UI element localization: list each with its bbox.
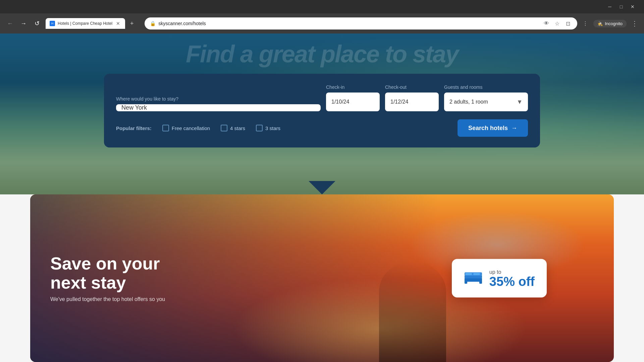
- search-fields-row: Where would you like to stay? Check-in 1…: [116, 84, 528, 111]
- hero-section: Find a great place to stay Where would y…: [0, 34, 644, 194]
- address-bar-row: ← → ↺ H Hotels | Compare Cheap Hotel ✕ +…: [0, 13, 644, 34]
- four-stars-filter[interactable]: 4 stars: [221, 125, 245, 131]
- three-stars-label: 3 stars: [265, 125, 280, 131]
- checkin-value: 1/10/24: [331, 99, 349, 105]
- checkout-value: 1/12/24: [390, 99, 408, 105]
- refresh-button[interactable]: ↺: [32, 19, 42, 28]
- guests-field-group: Guests and rooms 2 adults, 1 room ▼: [444, 84, 528, 111]
- search-hotels-button[interactable]: Search hotels →: [458, 119, 528, 137]
- guests-label: Guests and rooms: [444, 84, 528, 90]
- close-button[interactable]: ✕: [629, 3, 637, 11]
- window-controls: ─ □ ✕: [606, 3, 637, 11]
- extensions-icon[interactable]: ⋮: [581, 19, 589, 27]
- profile-label: Incognito: [605, 21, 623, 26]
- promo-title: Save on your next stay: [50, 254, 594, 292]
- three-stars-filter[interactable]: 3 stars: [256, 125, 280, 131]
- menu-button[interactable]: ⋮: [631, 19, 639, 27]
- promo-content: Save on your next stay We've pulled toge…: [30, 194, 614, 362]
- promo-subtitle: We've pulled together the top hotel offe…: [50, 296, 594, 302]
- checkout-field-group: Check-out 1/12/24: [385, 84, 439, 111]
- checkout-label: Check-out: [385, 84, 439, 90]
- three-stars-checkbox[interactable]: [256, 125, 263, 131]
- four-stars-checkbox[interactable]: [221, 125, 227, 131]
- promo-section: Save on your next stay We've pulled toge…: [30, 194, 614, 362]
- maximize-button[interactable]: □: [617, 3, 625, 11]
- location-input[interactable]: [121, 104, 315, 111]
- security-icon: 🔒: [150, 21, 156, 26]
- titlebar: ─ □ ✕: [0, 0, 644, 13]
- hero-divider: [309, 181, 335, 194]
- search-button-label: Search hotels: [468, 125, 508, 132]
- url-display: skyscanner.com/hotels: [158, 21, 540, 26]
- page-content: Find a great place to stay Where would y…: [0, 34, 644, 362]
- free-cancellation-checkbox[interactable]: [162, 125, 169, 131]
- location-input-wrapper[interactable]: [116, 104, 321, 111]
- incognito-icon: 🕵: [597, 21, 603, 26]
- tab-list: H Hotels | Compare Cheap Hotel ✕ +: [46, 18, 137, 29]
- four-stars-label: 4 stars: [230, 125, 245, 131]
- checkin-label: Check-in: [326, 84, 380, 90]
- bookmark-icon[interactable]: ☆: [553, 19, 561, 27]
- free-cancellation-label: Free cancellation: [172, 125, 210, 131]
- active-tab[interactable]: H Hotels | Compare Cheap Hotel ✕: [46, 18, 125, 29]
- filters-label: Popular filters:: [116, 125, 152, 131]
- incognito-profile-button[interactable]: 🕵 Incognito: [593, 20, 627, 27]
- address-bar[interactable]: 🔒 skyscanner.com/hotels 👁 ☆ ⊡: [145, 17, 577, 29]
- filters-row: Popular filters: Free cancellation 4 sta…: [116, 119, 528, 137]
- search-widget: Where would you like to stay? Check-in 1…: [104, 74, 540, 147]
- below-fold: Save on your next stay We've pulled toge…: [0, 194, 644, 362]
- guests-input[interactable]: 2 adults, 1 room ▼: [444, 93, 528, 111]
- promo-title-line1: Save on your: [50, 254, 594, 273]
- eye-off-icon[interactable]: 👁: [542, 19, 550, 27]
- hero-background-text: Find a great place to stay: [0, 40, 644, 68]
- tab-favicon: H: [50, 21, 55, 26]
- minimize-button[interactable]: ─: [606, 3, 614, 11]
- new-tab-button[interactable]: +: [127, 19, 137, 28]
- tab-title: Hotels | Compare Cheap Hotel: [58, 21, 112, 26]
- forward-button[interactable]: →: [19, 19, 28, 28]
- guests-value: 2 adults, 1 room: [449, 99, 488, 105]
- back-button[interactable]: ←: [5, 19, 15, 28]
- free-cancellation-filter[interactable]: Free cancellation: [162, 125, 210, 131]
- guests-dropdown-arrow-icon: ▼: [517, 99, 523, 106]
- address-actions: 👁 ☆ ⊡: [542, 19, 572, 27]
- extension-area: ⋮: [581, 19, 589, 27]
- location-field-group: Where would you like to stay?: [116, 96, 321, 111]
- tab-close-button[interactable]: ✕: [115, 20, 121, 26]
- promo-title-line2: next stay: [50, 273, 594, 292]
- checkin-field-group: Check-in 1/10/24: [326, 84, 380, 111]
- search-arrow-icon: →: [511, 125, 517, 132]
- location-label: Where would you like to stay?: [116, 96, 321, 102]
- browser-chrome: ─ □ ✕ ← → ↺ H Hotels | Compare Cheap Hot…: [0, 0, 644, 34]
- checkout-input[interactable]: 1/12/24: [385, 93, 439, 111]
- checkin-input[interactable]: 1/10/24: [326, 93, 380, 111]
- split-view-icon[interactable]: ⊡: [564, 19, 572, 27]
- hero-text-overlay: Find a great place to stay: [0, 40, 644, 68]
